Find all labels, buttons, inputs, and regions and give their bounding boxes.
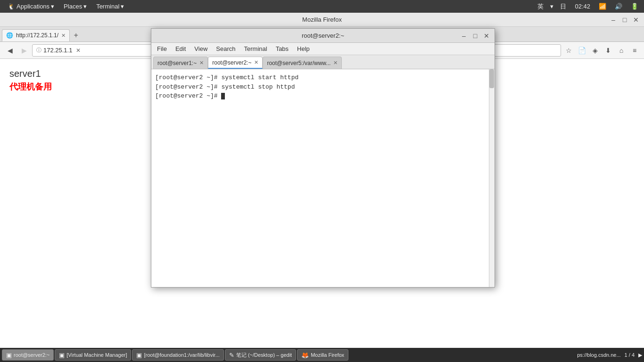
volume-icon[interactable]: 🔊 [613,2,624,11]
reader-view-icon[interactable]: 📄 [576,45,587,56]
terminal-maximize-button[interactable]: □ [471,32,479,40]
firefox-minimize-button[interactable]: – [609,16,618,24]
terminal-menu-edit[interactable]: Edit [172,44,190,53]
terminal-body[interactable]: [root@server2 ~]# systemctl start httpd … [151,69,495,287]
address-text: 172.25.1.1 [43,47,72,54]
system-bar: 🐧 Applications ▾ Places ▾ Terminal ▾ 英 ▾… [0,0,644,13]
terminal-menu-file[interactable]: File [153,44,171,53]
firefox-win-controls: – □ ✕ [609,16,640,24]
firefox-new-tab-button[interactable]: + [70,29,82,41]
firefox-tab-label: http://172.25.1.1/ [16,32,58,39]
clock: 02:42 [573,2,592,11]
home-icon[interactable]: ⌂ [616,45,627,56]
taskbar-item-terminal[interactable]: ▣ root@server2:~ [2,349,54,361]
address-clear-button[interactable]: ✕ [76,47,81,54]
terminal-title-bar: root@server2:~ – □ ✕ [151,29,495,43]
taskbar-item-virt-manager[interactable]: ▣ [Virtual Machine Manager] [55,349,131,361]
taskbar-terminal-icon: ▣ [6,352,12,359]
terminal-tab-server1[interactable]: root@server1:~ ✕ [153,57,208,69]
terminal-tab-server2-close[interactable]: ✕ [254,59,258,66]
forward-button: ▶ [18,44,30,57]
terminal-menu-tabs[interactable]: Tabs [272,44,292,53]
firefox-tab-1[interactable]: 🌐 http://172.25.1.1/ ✕ [2,29,70,41]
taskbar-item-foundation[interactable]: ▣ [root@foundation1:/var/lib/libvir... [132,349,223,361]
taskbar-item-firefox[interactable]: 🦊 Mozilla Firefox [297,349,348,361]
battery-icon[interactable]: 🔋 [629,2,640,11]
terminal-win-controls: – □ ✕ [460,32,491,40]
network-icon[interactable]: 📶 [597,2,608,11]
terminal-tab-server5[interactable]: root@server5:/var/www... ✕ [263,57,342,69]
terminal-menu-help[interactable]: Help [293,44,314,53]
taskbar-firefox-icon: 🦊 [301,352,309,359]
bookmark-star-icon[interactable]: ☆ [563,45,574,56]
firefox-close-button[interactable]: ✕ [632,16,640,24]
terminal-menu-view[interactable]: View [190,44,211,53]
terminal-tab-server2-label: root@server2:~ [212,59,251,66]
taskbar-right: ps://blog.csdn.ne... 1 / 4 ▶ [577,352,642,358]
taskbar-virt-icon: ▣ [59,352,65,359]
taskbar-right-arrow[interactable]: ▶ [638,352,642,358]
terminal-menu-search[interactable]: Search [212,44,239,53]
download-icon[interactable]: ⬇ [603,45,614,56]
taskbar-terminal-label: root@server2:~ [14,352,50,358]
terminal-tab-server2[interactable]: root@server2:~ ✕ [208,57,263,69]
firefox-title-bar: Mozilla Firefox – □ ✕ [0,13,644,27]
taskbar-firefox-label: Mozilla Firefox [311,352,344,358]
pocket-icon[interactable]: ◈ [589,45,601,56]
terminal-title-text: root@server2:~ [302,32,344,39]
taskbar-virt-label: [Virtual Machine Manager] [66,352,127,358]
terminal-menu-bar: File Edit View Search Terminal Tabs Help [151,43,495,55]
fedora-icon: 🐧 [8,3,15,10]
terminal-tab-server1-label: root@server1:~ [157,60,197,66]
terminal-chevron-icon: ▾ [121,3,124,10]
taskbar-page-indicator: 1 / 4 [625,352,635,358]
terminal-scroll-thumb[interactable] [489,69,494,88]
system-bar-left: 🐧 Applications ▾ Places ▾ Terminal ▾ [4,2,128,11]
terminal-menu[interactable]: Terminal ▾ [92,2,128,11]
system-bar-right: 英 ▾ 日 02:42 📶 🔊 🔋 [536,1,640,12]
terminal-tabs-bar: root@server1:~ ✕ root@server2:~ ✕ root@s… [151,55,495,69]
nav-icons-right: ☆ 📄 ◈ ⬇ ⌂ ≡ [563,45,640,56]
terminal-window: root@server2:~ – □ ✕ File Edit View Sear… [151,28,495,288]
taskbar-gedit-icon: ✎ [229,352,234,359]
terminal-tab-server1-close[interactable]: ✕ [199,60,204,66]
firefox-tab-close[interactable]: ✕ [61,33,66,39]
terminal-cursor [221,93,225,99]
terminal-line-3: [root@server2 ~]# [155,91,485,101]
terminal-tab-server5-close[interactable]: ✕ [333,60,338,66]
lang-chevron-icon: ▾ [550,3,553,10]
taskbar-foundation-icon: ▣ [136,352,142,359]
menu-icon[interactable]: ≡ [629,45,640,56]
applications-menu[interactable]: 🐧 Applications ▾ [4,2,58,11]
places-chevron-icon: ▾ [83,3,87,10]
back-button[interactable]: ◀ [4,44,16,57]
taskbar-blog-url: ps://blog.csdn.ne... [577,352,620,358]
terminal-line-2: [root@server2 ~]# systemctl stop httpd [155,82,485,92]
taskbar-item-gedit[interactable]: ✎ 笔记 (~/Desktop) – gedit [225,349,296,361]
places-menu[interactable]: Places ▾ [60,2,91,11]
terminal-scrollbar[interactable] [489,69,495,287]
firefox-title: Mozilla Firefox [302,16,342,23]
terminal-tab-server5-label: root@server5:/var/www... [267,60,330,66]
terminal-menu-terminal[interactable]: Terminal [240,44,271,53]
taskbar-gedit-label: 笔记 (~/Desktop) – gedit [236,352,292,359]
firefox-maximize-button[interactable]: □ [620,16,629,24]
terminal-line-1: [root@server2 ~]# systemctl start httpd [155,73,485,82]
terminal-minimize-button[interactable]: – [460,32,468,40]
firefox-tab-favicon: 🌐 [6,32,13,39]
language-indicator[interactable]: 英 [536,1,545,12]
apps-chevron-icon: ▾ [51,3,54,10]
taskbar-foundation-label: [root@foundation1:/var/lib/libvir... [144,352,219,358]
date-icon: 日 [558,1,568,12]
taskbar: ▣ root@server2:~ ▣ [Virtual Machine Mana… [0,348,644,362]
secure-icon: ⓘ [36,47,41,54]
terminal-close-button[interactable]: ✕ [482,32,491,40]
